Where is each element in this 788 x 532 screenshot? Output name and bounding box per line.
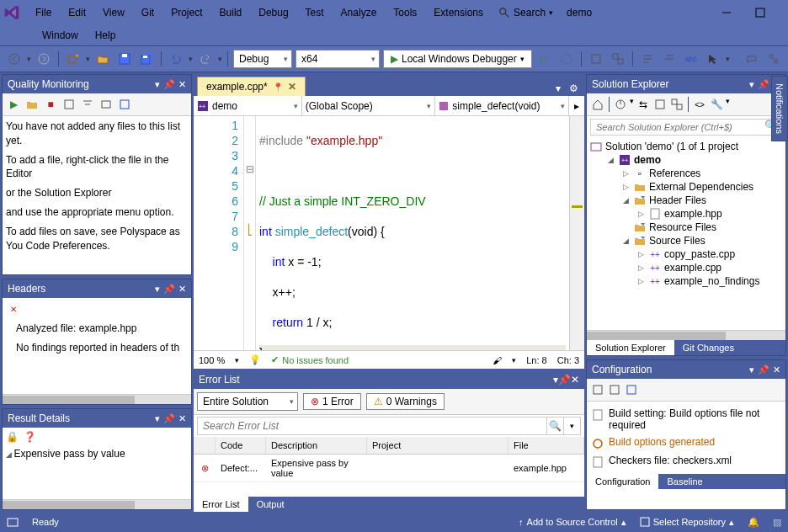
menu-window[interactable]: Window: [34, 26, 87, 45]
pin-icon[interactable]: 📌: [758, 79, 769, 90]
lightbulb-icon[interactable]: 💡: [249, 354, 261, 365]
platform-dropdown[interactable]: x64: [296, 50, 380, 68]
cfg-btn-1[interactable]: [590, 382, 605, 397]
menu-extensions[interactable]: Extensions: [425, 3, 492, 22]
nav-project-dropdown[interactable]: ++ demo: [194, 96, 302, 115]
status-output-icon[interactable]: [7, 516, 19, 528]
feedback-button[interactable]: [743, 50, 761, 68]
pin-icon[interactable]: 📌: [558, 374, 571, 386]
result-details-header[interactable]: Result Details ▾📌✕: [3, 409, 191, 428]
tree-solution[interactable]: Solution 'demo' (1 of 1 project: [588, 140, 784, 153]
tab-error-list[interactable]: Error List: [194, 497, 248, 512]
close-icon[interactable]: ✕: [178, 284, 186, 295]
minimize-button[interactable]: [710, 3, 743, 23]
add-to-source-control[interactable]: ↑ Add to Source Control ▴: [519, 517, 626, 528]
tree-header-files[interactable]: ◢Header Files: [588, 194, 784, 207]
error-search-input[interactable]: [198, 418, 546, 434]
live-share-button[interactable]: [764, 50, 783, 68]
editor-vscroll[interactable]: [569, 116, 584, 350]
tabs-dropdown-icon[interactable]: ▾: [551, 81, 566, 96]
headers-panel-header[interactable]: Headers ▾📌✕: [3, 279, 191, 298]
issues-status[interactable]: ✔No issues found: [271, 354, 349, 365]
cfg-btn-2[interactable]: [607, 382, 622, 397]
start-without-debugging-button[interactable]: ▷: [535, 50, 554, 68]
errors-toggle[interactable]: ⊗ 1 Error: [303, 393, 361, 410]
zoom-level[interactable]: 100 %: [199, 355, 225, 365]
tabs-settings-icon[interactable]: ⚙: [566, 81, 581, 96]
code-editor[interactable]: 123456789 ⊟⎣ #include "example.hpp" // J…: [194, 116, 584, 350]
error-list-search[interactable]: 🔍 ▾: [197, 417, 581, 435]
nav-forward-button[interactable]: [35, 50, 53, 68]
result-item[interactable]: ◢ Expensive pass by value: [6, 448, 188, 460]
error-list-header[interactable]: Error List ▾📌✕: [194, 370, 584, 389]
headers-hscroll[interactable]: [3, 394, 191, 404]
tab-git-changes[interactable]: Git Changes: [674, 340, 743, 355]
menu-view[interactable]: View: [94, 3, 133, 22]
open-file-button[interactable]: [93, 50, 112, 68]
warnings-toggle[interactable]: ⚠ 0 Warnings: [366, 393, 445, 410]
notifications-bell-icon[interactable]: 🔔: [748, 517, 759, 528]
close-button[interactable]: [777, 3, 788, 23]
redo-button[interactable]: [196, 50, 215, 68]
qm-run-button[interactable]: ▶: [6, 97, 21, 112]
menu-file[interactable]: File: [27, 3, 60, 22]
col-code[interactable]: Code: [216, 437, 266, 454]
nav-expand-button[interactable]: ▸: [569, 96, 584, 115]
error-scope-dropdown[interactable]: Entire Solution: [197, 392, 298, 411]
pin-icon[interactable]: 📌: [163, 413, 175, 424]
col-description[interactable]: Description: [266, 437, 367, 454]
tab-solution-explorer[interactable]: Solution Explorer: [587, 340, 674, 355]
search-icon[interactable]: 🔍: [546, 418, 563, 434]
tab-configuration[interactable]: Configuration: [587, 474, 658, 489]
tree-resource-files[interactable]: Resource Files: [588, 221, 784, 234]
close-icon[interactable]: ✕: [178, 79, 186, 90]
result-details-hscroll[interactable]: [3, 499, 191, 509]
tab-close-icon[interactable]: ✕: [288, 81, 296, 93]
panel-dropdown-icon[interactable]: ▾: [749, 79, 754, 90]
menu-debug[interactable]: Debug: [250, 3, 296, 22]
help-icon[interactable]: ❓: [24, 431, 36, 443]
browser-button[interactable]: [557, 50, 576, 68]
qm-refresh-button[interactable]: [117, 97, 132, 112]
se-history-button[interactable]: [613, 97, 628, 112]
solution-explorer-header[interactable]: Solution Explorer ▾📌✕: [587, 75, 785, 93]
close-icon[interactable]: ✕: [178, 413, 186, 424]
error-row[interactable]: ⊗ Defect:... Expensive pass by value exa…: [194, 455, 584, 482]
se-code-button[interactable]: <>: [692, 97, 707, 112]
menu-tools[interactable]: Tools: [385, 3, 425, 22]
tree-external-deps[interactable]: ▷External Dependencies: [588, 180, 784, 194]
tree-file-copy-paste-cpp[interactable]: ▷++copy_paste.cpp: [588, 247, 784, 261]
search-dropdown-icon[interactable]: ▾: [563, 418, 580, 434]
qm-filter-button[interactable]: [80, 97, 95, 112]
panel-dropdown-icon[interactable]: ▾: [749, 364, 754, 375]
toolbar-btn-abc[interactable]: abc: [682, 50, 700, 68]
new-project-button[interactable]: ✦: [64, 50, 83, 68]
editor-tab-example-cpp[interactable]: example.cpp* 📍 ✕: [197, 77, 306, 96]
search-menu[interactable]: Search ▾: [492, 5, 560, 20]
tree-file-example-no-findings[interactable]: ▷++example_no_findings: [588, 274, 784, 288]
toolbar-btn-2[interactable]: [609, 50, 627, 68]
solution-explorer-search[interactable]: 🔍 ▾: [590, 119, 782, 136]
cfg-btn-3[interactable]: [624, 382, 639, 397]
tree-references[interactable]: ▷▫References: [588, 167, 784, 180]
se-sync-button[interactable]: ⇆: [636, 97, 651, 112]
qm-folder-button[interactable]: [24, 97, 40, 112]
menu-project[interactable]: Project: [162, 3, 210, 22]
toolbar-btn-cursor[interactable]: [704, 50, 722, 68]
menu-test[interactable]: Test: [297, 3, 333, 22]
tab-pin-icon[interactable]: 📍: [273, 82, 283, 92]
panel-dropdown-icon[interactable]: ▾: [155, 413, 160, 424]
save-button[interactable]: [115, 50, 134, 68]
pin-icon[interactable]: 📌: [163, 284, 175, 295]
tree-file-example-cpp[interactable]: ▷++example.cpp: [588, 261, 784, 274]
se-search-input[interactable]: [591, 120, 764, 135]
nav-scope-dropdown[interactable]: (Global Scope): [302, 96, 436, 115]
comment-button[interactable]: [638, 50, 657, 68]
tree-source-files[interactable]: ◢Source Files: [588, 234, 784, 247]
nav-function-dropdown[interactable]: simple_defect(void): [435, 96, 569, 115]
close-icon[interactable]: ✕: [571, 374, 579, 386]
col-file[interactable]: File: [508, 437, 584, 454]
se-showall-button[interactable]: [652, 97, 668, 112]
maximize-button[interactable]: [743, 3, 777, 23]
uncomment-button[interactable]: [660, 50, 679, 68]
